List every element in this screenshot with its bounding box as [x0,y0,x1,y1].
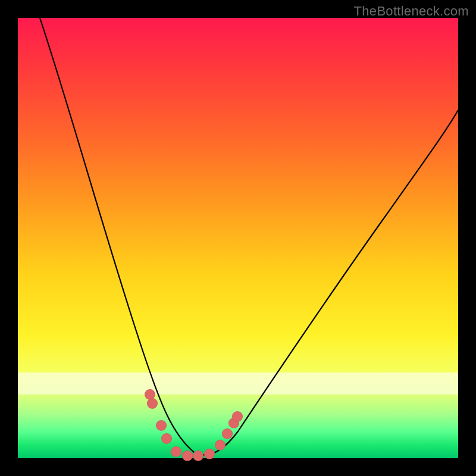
bottleneck-curve [40,18,458,455]
curve-marker [161,433,172,444]
curve-marker [147,398,158,409]
watermark-text: TheBottleneck.com [354,4,469,19]
chart-frame: TheBottleneck.com [0,0,476,476]
curve-layer [18,18,458,458]
curve-marker [215,440,226,450]
curve-marker [193,450,203,461]
curve-marker [204,449,215,459]
curve-marker [232,411,243,422]
curve-marker [222,428,233,439]
curve-marker [156,420,167,431]
curve-marker [182,450,193,461]
curve-marker [171,446,181,457]
